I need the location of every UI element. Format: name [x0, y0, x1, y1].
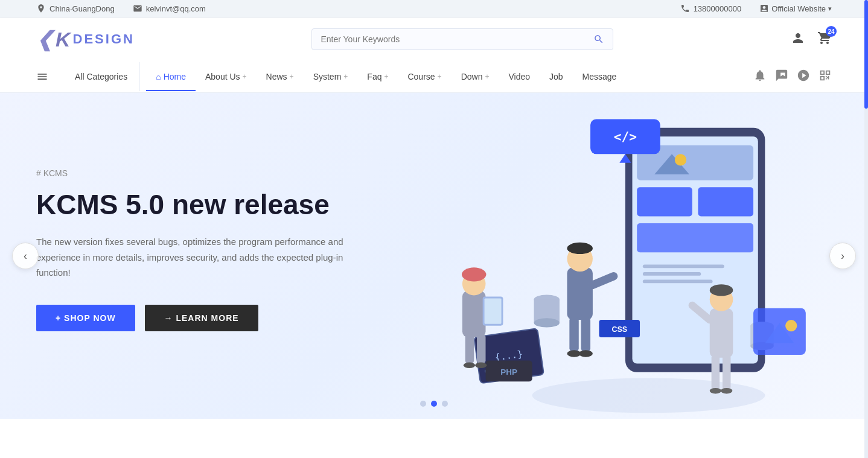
weibo-button[interactable] — [797, 69, 810, 84]
svg-rect-37 — [569, 317, 578, 352]
faq-plus-icon: + — [384, 72, 388, 81]
slider-dot-2[interactable] — [431, 401, 437, 407]
svg-text:PHP: PHP — [500, 367, 517, 377]
svg-text:CSS: CSS — [611, 325, 627, 334]
svg-point-5 — [674, 154, 686, 165]
nav-item-down[interactable]: Down + — [452, 62, 499, 91]
email-item: kelvinvt@qq.com — [133, 4, 206, 13]
nav-item-news[interactable]: News + — [257, 62, 304, 91]
svg-rect-30 — [477, 334, 485, 363]
svg-rect-46 — [723, 355, 731, 390]
svg-point-31 — [463, 362, 474, 368]
svg-point-32 — [475, 362, 487, 368]
navigation: All Categories ⌂ Home About Us + News + … — [0, 61, 868, 93]
svg-rect-7 — [698, 187, 753, 216]
email-icon — [133, 4, 142, 13]
svg-rect-28 — [484, 298, 501, 323]
phone-item: 13800000000 — [680, 4, 742, 13]
slider-next-button[interactable]: › — [829, 243, 856, 269]
search-input[interactable] — [321, 34, 587, 44]
all-categories-button[interactable]: All Categories — [63, 62, 140, 91]
top-bar-left: China·GuangDong kelvinvt@qq.com — [36, 4, 206, 13]
shop-now-button[interactable]: + SHOP NOW — [36, 305, 135, 331]
svg-point-51 — [534, 318, 559, 327]
nav-item-system[interactable]: System + — [304, 62, 358, 91]
svg-point-57 — [785, 320, 797, 331]
hero-title: KCMS 5.0 new release — [36, 189, 398, 221]
svg-point-47 — [709, 388, 721, 394]
hero-buttons: + SHOP NOW → LEARN MORE — [36, 305, 398, 331]
hero-section: # KCMS KCMS 5.0 new release The new vers… — [0, 93, 868, 419]
hero-illustration-svg: </> {...} PHP CSS — [403, 93, 813, 419]
weibo-icon — [797, 69, 810, 82]
bell-button[interactable] — [753, 69, 767, 84]
scrollbar-thumb[interactable] — [864, 0, 868, 109]
nav-item-course[interactable]: Course + — [398, 62, 451, 91]
website-icon — [759, 4, 769, 13]
svg-rect-6 — [637, 187, 692, 216]
svg-rect-33 — [567, 267, 592, 320]
system-plus-icon: + — [343, 72, 348, 81]
wechat-button[interactable] — [775, 69, 788, 84]
svg-point-48 — [721, 388, 732, 394]
wechat-icon — [775, 69, 788, 82]
svg-rect-24 — [462, 291, 486, 337]
nav-item-about-us[interactable]: About Us + — [196, 62, 257, 91]
news-plus-icon: + — [290, 72, 294, 81]
nav-social-icons — [753, 69, 832, 84]
hamburger-icon — [36, 71, 48, 83]
map-pin-icon — [36, 4, 46, 13]
email-text: kelvinvt@qq.com — [146, 4, 206, 13]
user-icon — [791, 31, 805, 45]
slider-dot-1[interactable] — [420, 401, 426, 407]
user-button[interactable] — [791, 31, 805, 48]
phone-text: 13800000000 — [694, 4, 742, 13]
top-bar: China·GuangDong kelvinvt@qq.com 13800000… — [0, 0, 868, 17]
about-us-plus-icon: + — [243, 72, 247, 81]
logo-k-main: K — [56, 29, 71, 49]
hero-illustration: </> {...} PHP CSS — [347, 93, 868, 419]
svg-rect-8 — [637, 223, 753, 252]
header-actions: 24 — [791, 31, 832, 48]
official-website-text: Official Website — [771, 4, 826, 13]
cart-button[interactable]: 24 — [817, 31, 832, 48]
nav-item-job[interactable]: Job — [540, 62, 573, 91]
location-item: China·GuangDong — [36, 4, 115, 13]
svg-rect-10 — [642, 272, 700, 276]
svg-rect-9 — [642, 264, 724, 268]
svg-rect-45 — [711, 355, 720, 390]
logo[interactable]: ❮ K DESIGN — [36, 29, 135, 49]
svg-point-26 — [462, 267, 487, 281]
phone-icon — [680, 4, 690, 13]
slider-dot-3[interactable] — [442, 401, 448, 407]
chevron-down-icon: ▾ — [828, 5, 832, 13]
hamburger-menu[interactable] — [36, 61, 57, 92]
search-icon[interactable] — [593, 34, 604, 45]
qrcode-button[interactable] — [819, 69, 832, 84]
location-text: China·GuangDong — [49, 4, 115, 13]
learn-more-button[interactable]: → LEARN MORE — [145, 305, 258, 331]
svg-point-40 — [578, 350, 592, 357]
course-plus-icon: + — [438, 72, 442, 81]
hero-content: # KCMS KCMS 5.0 new release The new vers… — [36, 168, 398, 331]
slider-dots — [420, 401, 448, 407]
home-icon: ⌂ — [156, 72, 161, 81]
hero-tag: # KCMS — [36, 168, 398, 178]
svg-rect-41 — [709, 308, 733, 358]
search-bar[interactable] — [311, 28, 613, 50]
svg-rect-11 — [642, 280, 712, 284]
svg-point-35 — [567, 243, 592, 254]
nav-item-faq[interactable]: Faq + — [357, 62, 398, 91]
official-website-dropdown[interactable]: Official Website ▾ — [759, 4, 832, 13]
nav-item-message[interactable]: Message — [573, 62, 627, 91]
nav-item-video[interactable]: Video — [499, 62, 540, 91]
hero-description: The new version fixes several bugs, opti… — [36, 234, 350, 281]
logo-design-text: DESIGN — [73, 31, 135, 47]
down-plus-icon: + — [485, 72, 489, 81]
slider-prev-button[interactable]: ‹ — [12, 243, 39, 269]
header: ❮ K DESIGN 24 — [0, 17, 868, 61]
nav-item-home[interactable]: ⌂ Home — [146, 62, 196, 91]
svg-rect-29 — [465, 334, 473, 363]
cart-badge: 24 — [826, 26, 837, 37]
top-bar-right: 13800000000 Official Website ▾ — [680, 4, 832, 13]
